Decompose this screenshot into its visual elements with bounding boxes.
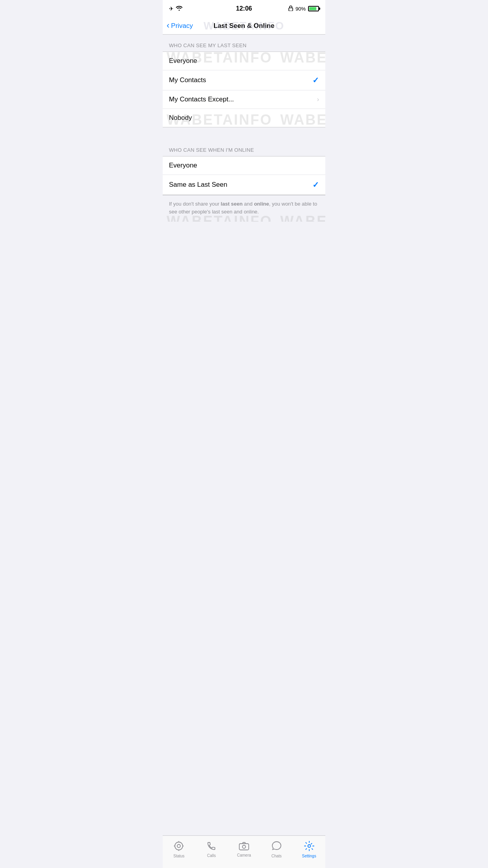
- svg-rect-0: [289, 8, 293, 11]
- chevron-right-icon: ›: [317, 96, 319, 103]
- last-seen-group: Everyone My Contacts ✓ My Contacts Excep…: [163, 51, 325, 127]
- item-label-everyone-ol: Everyone: [169, 162, 197, 169]
- status-bar-left: ✈: [169, 6, 182, 12]
- status-bar-time: 12:06: [236, 5, 252, 12]
- nav-bar: WABetaInfo ‹ Privacy Last Seen & Online: [163, 17, 325, 35]
- spacer1: [163, 127, 325, 139]
- back-chevron-icon: ‹: [167, 21, 169, 30]
- section-header-online: WHO CAN SEE WHEN I'M ONLINE: [163, 139, 325, 156]
- airplane-icon: ✈: [169, 6, 174, 12]
- item-label-everyone-ls: Everyone: [169, 57, 197, 65]
- content: WABetaInfo WABetaInfo WABetaInfo WABetaI…: [163, 35, 325, 222]
- checkmark-my-contacts-ls: ✓: [312, 75, 319, 85]
- item-label-my-contacts-except-ls: My Contacts Except...: [169, 96, 234, 103]
- list-item[interactable]: Everyone: [163, 52, 325, 70]
- page: ✈ 12:06 90%: [163, 0, 325, 289]
- battery-percent: 90%: [295, 6, 306, 12]
- back-button[interactable]: ‹ Privacy: [167, 22, 193, 30]
- section-header-last-seen: WHO CAN SEE MY LAST SEEN: [163, 35, 325, 51]
- list-item[interactable]: Nobody: [163, 109, 325, 127]
- nav-title: Last Seen & Online: [214, 22, 275, 30]
- list-item[interactable]: Same as Last Seen ✓: [163, 175, 325, 195]
- info-text: If you don't share your last seen and on…: [163, 195, 325, 222]
- list-item[interactable]: My Contacts ✓: [163, 70, 325, 90]
- checkmark-same-as-last-seen: ✓: [312, 180, 319, 189]
- online-group: Everyone Same as Last Seen ✓: [163, 156, 325, 195]
- status-bar: ✈ 12:06 90%: [163, 0, 325, 17]
- status-bar-right: 90%: [288, 6, 319, 12]
- battery-icon: [308, 6, 319, 11]
- wifi-icon: [176, 6, 182, 12]
- list-item[interactable]: My Contacts Except... ›: [163, 90, 325, 109]
- back-label: Privacy: [171, 22, 193, 30]
- item-label-same-as-last-seen: Same as Last Seen: [169, 181, 227, 189]
- item-label-nobody-ls: Nobody: [169, 114, 192, 122]
- item-label-my-contacts-ls: My Contacts: [169, 76, 206, 84]
- lock-icon: [288, 6, 293, 12]
- list-item[interactable]: Everyone: [163, 156, 325, 175]
